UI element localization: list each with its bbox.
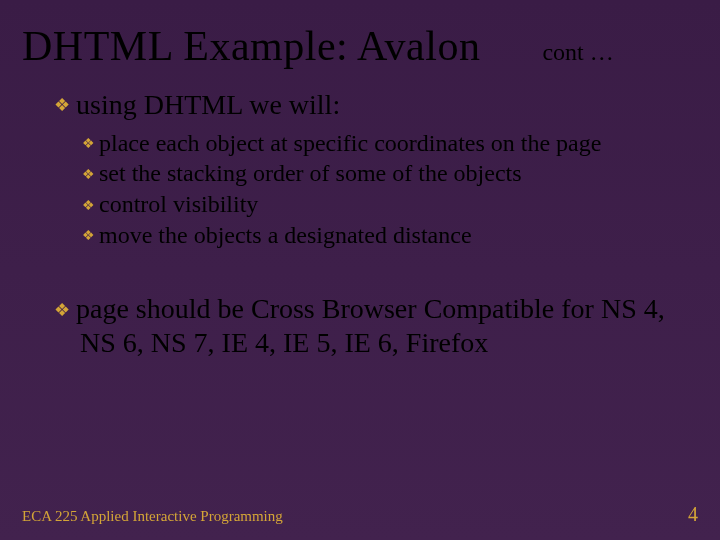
bullet-level2: ❖control visibility — [82, 189, 680, 220]
bullet-lead: move — [99, 222, 152, 248]
bullet-lead: control — [99, 191, 167, 217]
bullet-lead: place — [99, 130, 150, 156]
bullet-level2: ❖place each object at specific coordinat… — [82, 128, 680, 159]
bullet-lead: using — [76, 89, 137, 120]
slide-continued: cont … — [542, 39, 613, 66]
bullet-rest: visibility — [167, 191, 258, 217]
bullet-level2: ❖set the stacking order of some of the o… — [82, 158, 680, 189]
slide-footer: ECA 225 Applied Interactive Programming … — [22, 503, 698, 526]
diamond-bullet-icon: ❖ — [54, 300, 70, 320]
bullet-level2: ❖move the objects a designated distance — [82, 220, 680, 251]
bullet-level1: ❖page should be Cross Browser Compatible… — [54, 292, 680, 359]
bullet-level1: ❖using DHTML we will: — [54, 88, 680, 122]
bullet-rest: the objects a designated distance — [152, 222, 471, 248]
bullet-rest: each object at specific coordinates on t… — [150, 130, 602, 156]
sub-bullet-group: ❖place each object at specific coordinat… — [54, 128, 680, 251]
diamond-bullet-icon: ❖ — [82, 167, 95, 182]
diamond-bullet-icon: ❖ — [82, 198, 95, 213]
diamond-bullet-icon: ❖ — [82, 136, 95, 151]
title-row: DHTML Example: Avalon cont … — [0, 0, 720, 70]
bullet-rest: DHTML we will: — [137, 89, 341, 120]
bullet-rest: should be Cross Browser Compatible for N… — [80, 293, 665, 358]
footer-course: ECA 225 Applied Interactive Programming — [22, 508, 283, 525]
diamond-bullet-icon: ❖ — [82, 228, 95, 243]
slide-title: DHTML Example: Avalon — [22, 22, 480, 70]
bullet-lead: set — [99, 160, 126, 186]
slide-body: ❖using DHTML we will: ❖place each object… — [0, 70, 720, 360]
bullet-rest: the stacking order of some of the object… — [126, 160, 522, 186]
diamond-bullet-icon: ❖ — [54, 95, 70, 115]
footer-page-number: 4 — [688, 503, 698, 526]
bullet-lead: page — [76, 293, 129, 324]
